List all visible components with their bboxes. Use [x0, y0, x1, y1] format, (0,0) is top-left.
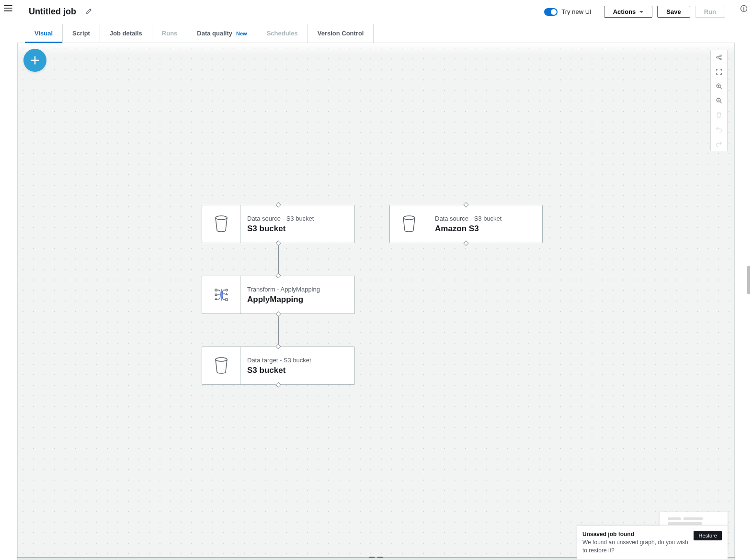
hamburger-icon: [4, 4, 12, 12]
share-icon: [716, 54, 722, 61]
hamburger-menu-button[interactable]: [4, 4, 12, 14]
node-body: Data source - S3 bucket S3 bucket: [240, 205, 354, 243]
actions-button[interactable]: Actions: [604, 6, 653, 18]
svg-point-1: [743, 7, 744, 8]
svg-point-3: [720, 55, 721, 56]
run-button[interactable]: Run: [695, 6, 725, 18]
tab-label: Version Control: [318, 30, 364, 37]
new-badge: New: [236, 31, 247, 36]
resize-handle[interactable]: [369, 557, 383, 559]
node-icon-area: [390, 205, 428, 243]
delete-node-button: [711, 108, 727, 122]
trash-icon: [716, 112, 722, 118]
redo-icon: [716, 140, 722, 147]
tab-label: Schedules: [267, 30, 298, 37]
left-rail: [0, 0, 17, 560]
node-target-s3-bucket[interactable]: Data target - S3 bucket S3 bucket: [202, 347, 355, 385]
node-title: S3 bucket: [247, 224, 348, 234]
node-body: Data target - S3 bucket S3 bucket: [240, 347, 354, 384]
bucket-icon: [401, 215, 417, 233]
zoom-in-button[interactable]: [711, 79, 727, 93]
toast-title: Unsaved job found: [582, 531, 689, 538]
node-type-label: Transform - ApplyMapping: [247, 286, 348, 293]
undo-icon: [716, 126, 722, 133]
zoom-out-icon: [716, 97, 722, 104]
toast-message: We found an unsaved graph, do you wish t…: [582, 538, 689, 555]
node-title: S3 bucket: [247, 366, 348, 375]
redo-button: [711, 136, 727, 151]
node-body: Transform - ApplyMapping ApplyMapping: [240, 276, 354, 314]
svg-point-8: [403, 216, 415, 220]
node-icon-area: [202, 276, 240, 314]
unsaved-job-toast: Unsaved job found We found an unsaved gr…: [577, 526, 728, 560]
tab-label: Job details: [110, 30, 142, 37]
tab-job-details[interactable]: Job details: [100, 24, 152, 43]
pencil-icon: [86, 8, 92, 14]
svg-point-11: [226, 289, 228, 291]
tab-runs: Runs: [152, 24, 188, 43]
node-source-s3-bucket[interactable]: Data source - S3 bucket S3 bucket: [202, 205, 355, 243]
try-new-ui-toggle[interactable]: [544, 8, 558, 16]
edge-source1-transform: [278, 246, 279, 275]
try-new-ui-toggle-wrap: Try new UI: [544, 8, 591, 16]
tab-schedules: Schedules: [257, 24, 308, 43]
svg-rect-9: [215, 289, 217, 291]
node-title: Amazon S3: [435, 224, 536, 234]
share-button[interactable]: [711, 50, 727, 65]
visual-canvas[interactable]: Data source - S3 bucket S3 bucket Data s…: [17, 43, 735, 560]
svg-point-7: [216, 216, 227, 220]
tab-label: Script: [72, 30, 90, 37]
node-source-amazon-s3[interactable]: Data source - S3 bucket Amazon S3: [389, 205, 543, 243]
edge-transform-target: [278, 316, 279, 346]
main-area: Untitled job Try new UI Actions Save Run…: [17, 0, 735, 560]
plus-icon: [30, 56, 40, 65]
tab-label: Data quality: [197, 30, 232, 37]
svg-point-2: [717, 56, 718, 58]
node-type-label: Data source - S3 bucket: [435, 215, 536, 222]
zoom-out-button[interactable]: [711, 93, 727, 108]
info-icon: [740, 5, 748, 12]
bucket-icon: [214, 357, 229, 374]
node-icon-area: [202, 205, 240, 243]
fit-screen-icon: [716, 68, 722, 75]
save-button[interactable]: Save: [657, 6, 690, 18]
tab-label: Visual: [34, 30, 53, 37]
tab-data-quality[interactable]: Data qualityNew: [187, 24, 257, 43]
svg-point-4: [720, 58, 721, 60]
tab-script[interactable]: Script: [63, 24, 100, 43]
zoom-in-icon: [716, 83, 722, 90]
right-rail: [735, 0, 752, 560]
fit-screen-button[interactable]: [711, 65, 727, 79]
mapping-icon: [214, 286, 229, 303]
page-title: Untitled job: [29, 7, 76, 17]
node-type-label: Data source - S3 bucket: [247, 215, 348, 222]
tab-visual[interactable]: Visual: [25, 24, 63, 43]
node-icon-area: [202, 347, 240, 384]
node-type-label: Data target - S3 bucket: [247, 357, 348, 364]
node-title: ApplyMapping: [247, 295, 348, 304]
add-node-button[interactable]: [23, 49, 46, 72]
try-new-ui-label: Try new UI: [561, 8, 591, 15]
tab-label: Runs: [162, 30, 178, 37]
edit-title-button[interactable]: [86, 8, 92, 16]
tabs: Visual Script Job details Runs Data qual…: [17, 24, 735, 43]
header: Untitled job Try new UI Actions Save Run: [17, 0, 735, 24]
info-panel-button[interactable]: [740, 5, 748, 14]
canvas-toolbar: [710, 50, 728, 151]
svg-point-13: [216, 358, 227, 361]
tab-version-control[interactable]: Version Control: [308, 24, 374, 43]
svg-rect-12: [226, 299, 228, 301]
svg-point-10: [215, 294, 217, 296]
bucket-icon: [214, 215, 229, 233]
undo-button: [711, 122, 727, 136]
restore-button[interactable]: Restore: [694, 531, 722, 540]
help-panel-scrollbar[interactable]: [747, 266, 750, 294]
node-body: Data source - S3 bucket Amazon S3: [428, 205, 542, 243]
node-transform-applymapping[interactable]: Transform - ApplyMapping ApplyMapping: [202, 276, 355, 314]
